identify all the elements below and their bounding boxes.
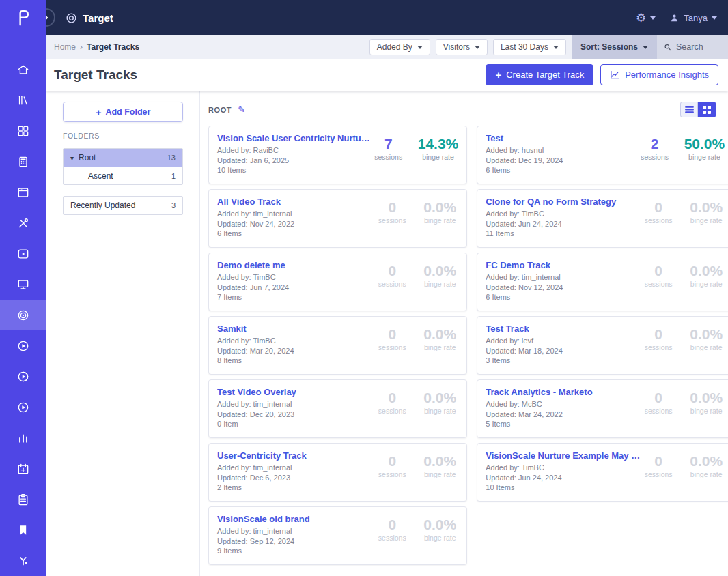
performance-insights-button[interactable]: Performance Insights [600,64,718,85]
track-card[interactable]: Clone for QA no Form Strategy Added by: … [477,189,728,248]
track-item-count: 10 Items [486,483,640,493]
track-card[interactable]: Samkit Added by: TimBC Updated: Mar 20, … [208,316,467,375]
track-card[interactable]: Vision Scale User Centricity Nurtu… Adde… [208,126,467,184]
track-added-by: Added by: McBC [486,399,640,409]
list-view-button[interactable] [680,102,698,117]
search-icon [664,42,671,52]
chevron-down-icon [650,16,656,20]
track-card[interactable]: FC Demo Track Added by: tim_internal Upd… [477,253,728,311]
track-added-by: Added by: RaviBC [217,145,370,156]
sidebar-item-events[interactable] [0,453,46,484]
date-range-filter[interactable]: Last 30 Days [493,39,566,55]
sidebar-item-home[interactable] [0,54,46,85]
sidebar-item-brand[interactable] [0,545,46,576]
expand-caret-icon[interactable]: ▾ [70,154,74,162]
track-card[interactable]: Test Video Overlay Added by: tim_interna… [208,379,467,438]
sidebar-item-analytics[interactable] [0,422,46,453]
sessions-stat: 0 sessions [374,326,410,351]
track-stats: 0 sessions 0.0% binge rate [374,197,458,242]
sidebar-item-screens[interactable] [0,269,46,300]
track-title-link[interactable]: User-Centricity Track [217,450,374,461]
visitors-filter[interactable]: Visitors [436,39,488,55]
target-icon [16,308,30,322]
track-card[interactable]: All Video Track Added by: tim_internal U… [208,189,467,248]
track-added-by: Added by: TimBC [217,336,374,346]
track-card[interactable]: User-Centricity Track Added by: tim_inte… [208,443,467,502]
folder-row-ascent[interactable]: Ascent 1 [64,167,182,184]
track-title-link[interactable]: All Video Track [217,197,374,207]
app-logo[interactable] [0,0,46,34]
track-title-link[interactable]: VisionScale old brand [217,514,374,524]
add-folder-button[interactable]: + Add Folder [63,102,183,122]
sessions-stat: 0 sessions [374,262,410,288]
create-target-track-button[interactable]: + Create Target Track [486,64,593,85]
track-card[interactable]: Track Analytics - Marketo Added by: McBC… [477,379,728,438]
track-card-info: User-Centricity Track Added by: tim_inte… [217,450,374,495]
sidebar-item-bookmarks[interactable] [0,515,46,545]
folder-row-root[interactable]: ▾ Root 13 [64,149,182,167]
sidebar-item-tasks[interactable] [0,484,46,515]
sidebar-item-channel-1[interactable] [0,330,46,361]
sessions-stat: 0 sessions [640,326,677,351]
grid-view-button[interactable] [698,102,716,117]
browser-window-icon [16,186,30,199]
sort-filter[interactable]: Sort: Sessions [572,35,657,59]
binge-rate-value: 0.0% [421,389,458,406]
topbar: Target ⚙ Tanya [46,0,728,35]
search-box[interactable] [657,35,728,59]
track-title-link[interactable]: Test Video Overlay [217,387,374,397]
sidebar-item-pages[interactable] [0,177,46,207]
sidebar-item-target[interactable] [0,300,46,330]
track-title-link[interactable]: Test [486,133,636,143]
binge-rate-label: binge rate [688,407,725,415]
binge-rate-value: 0.0% [421,452,458,470]
sidebar-item-library[interactable] [0,85,46,115]
track-card[interactable]: Test Track Added by: levf Updated: Mar 1… [477,316,728,375]
binge-rate-value: 0.0% [688,262,725,279]
track-card[interactable]: VisionScale old brand Added by: tim_inte… [208,506,467,565]
play-circle-icon [16,339,30,353]
track-title-link[interactable]: Demo delete me [217,260,374,270]
edit-folder-icon[interactable]: ✎ [238,104,245,115]
sidebar-item-apps[interactable] [0,115,46,146]
performance-insights-label: Performance Insights [625,70,709,80]
settings-menu[interactable]: ⚙ [636,12,656,24]
track-card-info: Demo delete me Added by: TimBC Updated: … [217,260,374,305]
track-card[interactable]: Demo delete me Added by: TimBC Updated: … [208,253,467,311]
track-card[interactable]: VisionScale Nurture Example May … Added … [477,443,728,502]
track-title-link[interactable]: Clone for QA no Form Strategy [486,197,640,207]
sort-label: Sort: Sessions [580,42,638,52]
sidebar-item-media[interactable] [0,238,46,269]
breadcrumb-home[interactable]: Home [54,42,76,52]
sessions-stat: 0 sessions [374,452,410,478]
sessions-label: sessions [640,470,677,478]
search-input[interactable] [676,42,721,52]
breadcrumb-separator: › [80,42,83,52]
track-card-info: Test Track Added by: levf Updated: Mar 1… [486,323,640,369]
track-card-info: Samkit Added by: TimBC Updated: Mar 20, … [217,323,374,369]
added-by-filter[interactable]: Added By [369,39,430,55]
sidebar-item-channel-2[interactable] [0,361,46,392]
binge-rate-label: binge rate [421,280,458,288]
folder-row-recently-updated[interactable]: Recently Updated 3 [64,197,182,214]
track-title-link[interactable]: Test Track [486,323,640,334]
sidebar-item-calculator[interactable] [0,146,46,177]
track-card[interactable]: Test Added by: husnul Updated: Dec 19, 2… [477,126,728,184]
sidebar-item-channel-3[interactable] [0,392,46,422]
user-menu[interactable]: Tanya [669,13,717,23]
track-title-link[interactable]: Samkit [217,323,374,334]
binge-rate-stat: 0.0% binge rate [688,262,725,288]
sessions-value: 0 [640,262,677,279]
sessions-value: 0 [374,326,410,343]
track-title-link[interactable]: FC Demo Track [486,260,640,270]
track-added-by: Added by: tim_internal [217,209,374,219]
sessions-value: 0 [374,199,410,216]
sidebar-item-tools[interactable] [0,207,46,238]
sessions-stat: 0 sessions [374,389,410,415]
track-title-link[interactable]: VisionScale Nurture Example May … [486,450,640,461]
sessions-value: 7 [370,135,407,152]
track-title-link[interactable]: Track Analytics - Marketo [486,387,640,397]
track-item-count: 5 Items [486,419,640,429]
track-updated: Updated: Dec 19, 2024 [486,156,636,166]
track-title-link[interactable]: Vision Scale User Centricity Nurtu… [217,133,370,143]
